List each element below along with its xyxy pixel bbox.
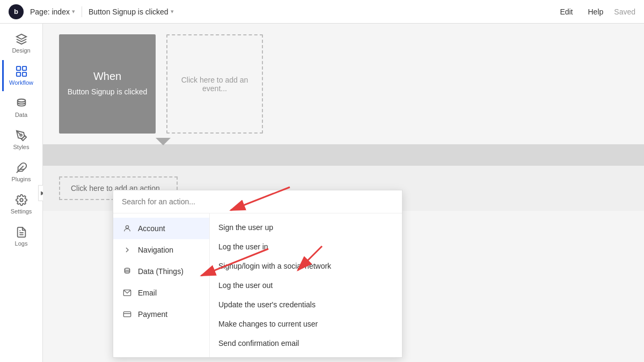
- svg-point-5: [20, 134, 22, 136]
- design-label: Design: [12, 47, 30, 54]
- svg-rect-14: [123, 312, 130, 316]
- sidebar-item-logs[interactable]: Logs: [2, 221, 41, 252]
- logo: b: [9, 4, 24, 19]
- when-subtitle: Button Signup is clicked: [68, 87, 148, 98]
- logs-label: Logs: [15, 240, 28, 247]
- dropdown-body: Account Navigation Data (Things): [113, 213, 402, 357]
- sidebar-item-data[interactable]: Data: [2, 92, 41, 123]
- account-label: Account: [138, 224, 165, 233]
- data-things-label: Data (Things): [138, 267, 184, 276]
- svg-rect-3: [22, 72, 26, 76]
- plugins-icon: [16, 162, 27, 174]
- svg-point-12: [125, 268, 129, 270]
- email-label: Email: [138, 289, 157, 297]
- action-social[interactable]: Signup/login with a social network: [210, 256, 402, 276]
- when-trigger-block[interactable]: When Button Signup is clicked: [59, 34, 156, 134]
- category-navigation[interactable]: Navigation: [113, 239, 209, 261]
- svg-rect-1: [22, 67, 26, 70]
- navigation-icon: [122, 245, 133, 255]
- account-icon: [122, 223, 133, 234]
- sidebar-item-styles[interactable]: Styles: [2, 124, 41, 156]
- design-icon: [16, 33, 27, 45]
- trigger-chevron-icon: ▾: [171, 8, 174, 15]
- add-event-label: Click here to add an event...: [176, 76, 253, 93]
- edit-button[interactable]: Edit: [555, 5, 577, 18]
- page-selector[interactable]: Page: index ▾: [30, 8, 75, 16]
- styles-icon: [16, 130, 27, 142]
- svg-point-8: [20, 198, 23, 202]
- action-confirmation[interactable]: Send confirmation email: [210, 334, 402, 353]
- action-log-in[interactable]: Log the user in: [210, 237, 402, 256]
- logs-icon: [16, 226, 27, 238]
- sidebar-item-plugins[interactable]: Plugins: [2, 157, 41, 188]
- topbar: b Page: index ▾ Button Signup is clicked…: [0, 0, 644, 24]
- email-icon: [122, 287, 133, 298]
- canvas-divider: [43, 144, 644, 166]
- actions-list: Sign the user up Log the user in Signup/…: [210, 213, 402, 357]
- svg-point-4: [17, 99, 25, 102]
- category-account[interactable]: Account: [113, 218, 209, 239]
- navigation-label: Navigation: [138, 246, 173, 254]
- settings-label: Settings: [11, 208, 32, 215]
- action-search-area: [113, 190, 402, 213]
- main-layout: Design Workflow Data Styles Plugins: [0, 24, 644, 362]
- divider-arrow-down: [156, 138, 171, 145]
- data-things-icon: [122, 266, 133, 277]
- category-data[interactable]: Data (Things): [113, 261, 209, 282]
- action-search-input[interactable]: [122, 197, 393, 206]
- workflow-canvas: When Button Signup is clicked Click here…: [43, 24, 644, 362]
- help-button[interactable]: Help: [584, 5, 608, 18]
- sidebar-item-design[interactable]: Design: [2, 28, 41, 59]
- saved-status: Saved: [614, 8, 635, 16]
- plugins-label: Plugins: [11, 176, 31, 182]
- workflow-icon: [16, 65, 27, 77]
- payment-label: Payment: [138, 310, 167, 319]
- sidebar: Design Workflow Data Styles Plugins: [0, 24, 43, 362]
- add-event-block[interactable]: Click here to add an event...: [166, 34, 263, 134]
- category-email[interactable]: Email: [113, 282, 209, 304]
- svg-rect-2: [16, 72, 20, 76]
- data-icon: [16, 98, 27, 109]
- topbar-divider: [82, 6, 82, 17]
- action-log-out[interactable]: Log the user out: [210, 276, 402, 295]
- sidebar-item-settings[interactable]: Settings: [2, 189, 41, 220]
- action-dropdown: Account Navigation Data (Things): [113, 190, 402, 358]
- page-chevron-icon: ▾: [72, 8, 75, 15]
- svg-rect-0: [16, 67, 20, 70]
- when-title: When: [93, 70, 121, 83]
- sidebar-item-workflow[interactable]: Workflow: [2, 60, 41, 91]
- canvas-top-area: When Button Signup is clicked Click here…: [43, 24, 644, 144]
- action-sign-up[interactable]: Sign the user up: [210, 218, 402, 237]
- settings-icon: [16, 194, 27, 206]
- svg-point-11: [126, 226, 128, 228]
- data-label: Data: [15, 112, 27, 118]
- trigger-selector[interactable]: Button Signup is clicked ▾: [89, 8, 174, 16]
- workflow-label: Workflow: [9, 79, 33, 86]
- action-credentials[interactable]: Update the user's credentials: [210, 295, 402, 314]
- styles-label: Styles: [13, 144, 30, 150]
- category-list: Account Navigation Data (Things): [113, 213, 210, 357]
- payment-icon: [122, 309, 133, 320]
- category-payment[interactable]: Payment: [113, 304, 209, 325]
- action-changes[interactable]: Make changes to current user: [210, 314, 402, 334]
